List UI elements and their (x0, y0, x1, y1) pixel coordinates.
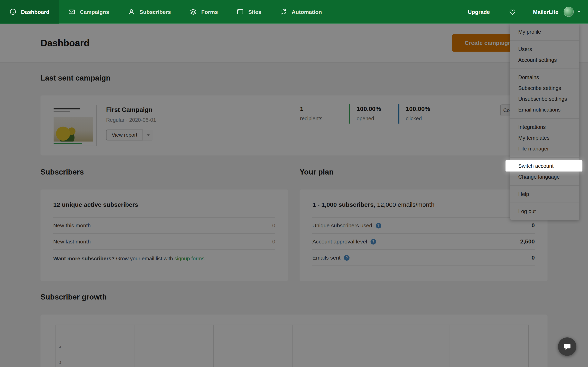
nav-label: Subscribers (139, 9, 171, 15)
chat-launcher-button[interactable] (558, 337, 576, 356)
top-nav: Dashboard Campaigns Subscribers Forms Si… (0, 0, 588, 24)
nav-item-forms[interactable]: Forms (180, 0, 227, 24)
nav-item-automation[interactable]: Automation (271, 0, 331, 24)
account-name[interactable]: MailerLite (533, 9, 558, 15)
nav-label: Campaigns (80, 9, 109, 15)
nav-item-subscribers[interactable]: Subscribers (118, 0, 180, 24)
upgrade-link[interactable]: Upgrade (468, 9, 490, 15)
person-icon (128, 8, 135, 15)
nav-label: Dashboard (21, 9, 49, 15)
dim-overlay (0, 24, 588, 367)
dashboard-icon (9, 8, 17, 15)
browser-window-icon (237, 8, 244, 15)
chat-bubble-icon (563, 342, 572, 351)
automation-cycle-icon (280, 8, 287, 15)
heart-icon[interactable] (509, 8, 517, 15)
menu-item-switch-account-highlight[interactable]: Switch account (506, 160, 582, 171)
account-avatar[interactable] (564, 7, 574, 17)
nav-right-cluster: Upgrade MailerLite (468, 0, 588, 24)
nav-item-campaigns[interactable]: Campaigns (59, 0, 118, 24)
nav-label: Forms (201, 9, 218, 15)
app-window: Dashboard Create campaign Last sent camp… (0, 0, 588, 367)
nav-label: Automation (292, 9, 322, 15)
nav-item-dashboard[interactable]: Dashboard (0, 0, 59, 24)
nav-item-sites[interactable]: Sites (227, 0, 270, 24)
envelope-icon (68, 8, 75, 15)
nav-label: Sites (248, 9, 261, 15)
account-caret-down-icon[interactable] (578, 11, 581, 13)
layers-icon (190, 8, 197, 15)
